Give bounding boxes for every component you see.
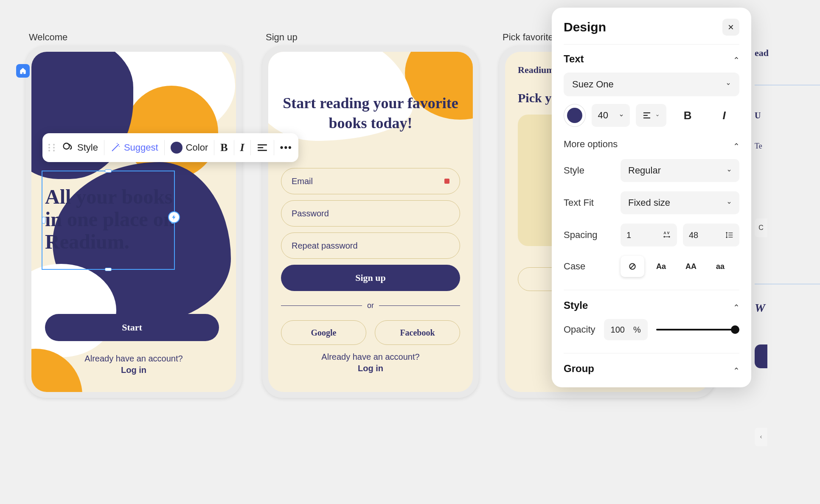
case-title-button[interactable]: Aa	[649, 256, 674, 277]
style-label: Style	[77, 142, 98, 153]
more-options-toggle[interactable]: More options	[564, 139, 739, 150]
close-button[interactable]	[722, 19, 739, 36]
text-color-button[interactable]	[564, 104, 586, 127]
svg-line-16	[630, 264, 635, 269]
start-button[interactable]: Start	[45, 314, 219, 341]
section-text-label: Text	[564, 53, 584, 65]
opacity-unit: %	[633, 325, 641, 335]
chevron-up-icon	[733, 302, 739, 308]
style-button[interactable]: Style	[62, 142, 98, 154]
repeat-password-field[interactable]: Repeat password	[281, 232, 460, 259]
letter-spacing-input[interactable]: 1 A V	[621, 224, 677, 246]
font-style-select[interactable]: Regular	[621, 159, 739, 182]
text-fit-select[interactable]: Fixed size	[621, 191, 739, 214]
facebook-button[interactable]: Facebook	[375, 320, 460, 345]
peek-column: ead U Te C W	[755, 42, 820, 446]
letter-spacing-value: 1	[626, 230, 631, 240]
svg-point-3	[119, 146, 120, 147]
divider	[564, 44, 739, 45]
already-have-account-text: Already have an account?	[31, 354, 236, 364]
signup-form: Email Password Repeat password Sign up o…	[281, 168, 460, 345]
welcome-footer: Already have an account? Log in	[31, 354, 236, 375]
section-text-header[interactable]: Text	[564, 53, 739, 65]
screen-label-pick[interactable]: Pick favorite	[503, 32, 553, 43]
peek-brand: ead	[755, 42, 820, 64]
suggest-label: Suggest	[124, 142, 158, 153]
chevron-left-icon	[758, 434, 764, 440]
style-label: Style	[564, 165, 615, 176]
toolbar-separator	[250, 140, 251, 155]
selection-outline[interactable]	[42, 171, 175, 270]
chevron-up-icon	[733, 141, 739, 147]
slider-knob[interactable]	[731, 325, 739, 334]
font-style-value: Regular	[628, 165, 661, 176]
more-button[interactable]: •••	[280, 142, 292, 153]
case-lower-button[interactable]: aa	[708, 256, 732, 277]
bold-button[interactable]: B	[672, 104, 703, 127]
frame-signup[interactable]: Start reading your favorite books today!…	[262, 46, 479, 398]
password-field[interactable]: Password	[281, 200, 460, 227]
email-placeholder: Email	[292, 176, 313, 186]
home-badge[interactable]	[16, 64, 30, 78]
signup-button[interactable]: Sign up	[281, 265, 460, 291]
opacity-input[interactable]: 100 %	[604, 319, 648, 340]
screen-label-signup[interactable]: Sign up	[266, 32, 298, 43]
section-group-label: Group	[564, 363, 594, 375]
font-size-value: 40	[598, 110, 608, 121]
case-upper-button[interactable]: AA	[678, 256, 704, 277]
login-link[interactable]: Log in	[31, 365, 236, 375]
color-label: Color	[186, 142, 208, 153]
color-button[interactable]: Color	[171, 142, 208, 154]
or-divider: or	[281, 301, 460, 310]
divider	[564, 290, 739, 290]
svg-text:V: V	[667, 231, 670, 235]
toolbar-separator	[274, 140, 274, 155]
resize-handle-bottom[interactable]	[105, 268, 112, 271]
drag-handle-icon[interactable]	[48, 144, 56, 151]
resize-handle-top[interactable]	[105, 169, 112, 173]
close-icon	[727, 24, 734, 31]
quick-action-dot[interactable]	[168, 211, 180, 223]
chevron-up-icon	[733, 366, 739, 372]
italic-button[interactable]: I	[240, 141, 244, 154]
repeat-placeholder: Repeat password	[292, 241, 358, 251]
palette-icon	[62, 142, 74, 154]
toolbar-separator	[214, 140, 214, 155]
login-link[interactable]: Log in	[268, 364, 473, 373]
peek-pill[interactable]: C	[755, 218, 767, 237]
case-none-button[interactable]	[621, 256, 644, 277]
font-size-select[interactable]: 40	[592, 104, 630, 127]
more-options-label: More options	[564, 139, 618, 150]
opacity-slider[interactable]	[656, 329, 739, 330]
email-field[interactable]: Email	[281, 168, 460, 194]
line-height-input[interactable]: 48	[683, 224, 739, 246]
signup-footer: Already have an account? Log in	[268, 352, 473, 373]
opacity-value: 100	[611, 325, 625, 335]
peek-te: Te	[755, 142, 820, 151]
google-button[interactable]: Google	[281, 320, 366, 345]
section-group-header[interactable]: Group	[564, 363, 739, 375]
italic-button[interactable]: I	[709, 104, 739, 127]
wand-icon	[110, 143, 121, 153]
floating-toolbar: Style Suggest Color B I •••	[42, 133, 298, 162]
svg-point-1	[118, 144, 119, 146]
font-family-select[interactable]: Suez One	[564, 73, 739, 96]
svg-text:A: A	[664, 231, 666, 235]
align-button[interactable]	[257, 143, 268, 152]
color-swatch	[171, 142, 183, 154]
case-label: Case	[564, 261, 615, 272]
panel-title: Design	[564, 20, 606, 34]
or-text: or	[367, 301, 374, 310]
line-height-value: 48	[689, 230, 698, 240]
text-align-button[interactable]	[636, 104, 666, 127]
screen-label-welcome[interactable]: Welcome	[29, 32, 67, 43]
text-fit-label: Text Fit	[564, 197, 615, 208]
resize-handle-left[interactable]	[42, 217, 45, 224]
divider	[564, 353, 739, 353]
signup-title[interactable]: Start reading your favorite books today!	[268, 93, 473, 133]
suggest-button[interactable]: Suggest	[110, 142, 158, 153]
section-style-header[interactable]: Style	[564, 300, 739, 311]
toolbar-separator	[234, 140, 234, 155]
bold-button[interactable]: B	[220, 141, 227, 154]
peek-chevron[interactable]	[755, 428, 767, 446]
